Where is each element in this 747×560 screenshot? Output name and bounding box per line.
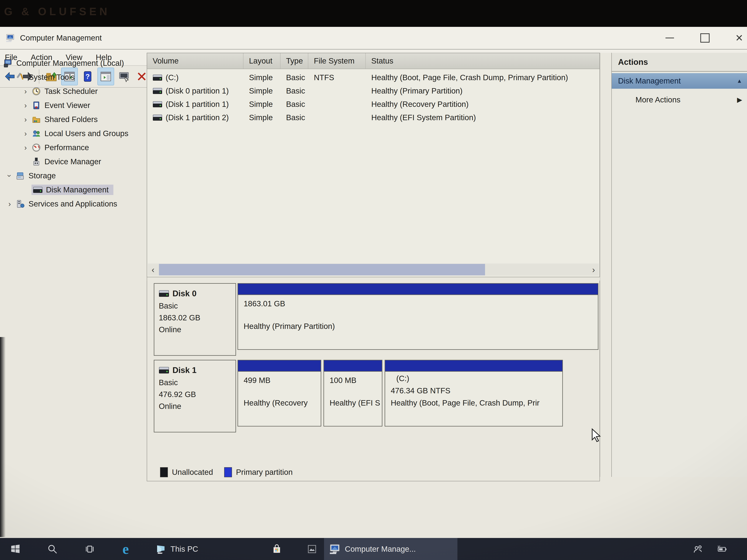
column-header-volume[interactable]: Volume bbox=[147, 53, 243, 69]
tree-item-local-users-and-groups[interactable]: Local Users and Groups bbox=[2, 127, 164, 140]
store-icon bbox=[271, 543, 282, 555]
legend: Unallocated Primary partition bbox=[160, 467, 304, 477]
chevron-right-icon[interactable] bbox=[20, 101, 31, 110]
disk1-partition-efi[interactable]: 100 MB Healthy (EFI S bbox=[324, 360, 382, 426]
active-task-label: Computer Manage... bbox=[345, 544, 416, 554]
disk1-row: Disk 1 Basic 476.92 GB Online 499 MB Hea… bbox=[147, 360, 600, 432]
scroll-left-icon[interactable]: ‹ bbox=[148, 265, 158, 275]
photos-button[interactable] bbox=[304, 538, 320, 560]
system-tools-icon bbox=[16, 73, 25, 82]
people-icon bbox=[692, 543, 703, 555]
disk0-partitions: 1863.01 GB Healthy (Primary Partition) bbox=[237, 283, 598, 356]
tree-item-label: Device Manager bbox=[45, 157, 101, 166]
partition-size: 100 MB bbox=[330, 374, 382, 386]
disk-icon bbox=[159, 367, 169, 374]
disk0-row: Disk 0 Basic 1863.02 GB Online 1863.01 G… bbox=[147, 283, 600, 356]
people-button[interactable] bbox=[688, 538, 708, 560]
volume-row-disk1-p2[interactable]: (Disk 1 partition 2) Simple Basic Health… bbox=[147, 111, 599, 124]
partition-status: Healthy (Recovery bbox=[243, 397, 321, 409]
drive-icon bbox=[153, 87, 162, 94]
tree-item-system-tools[interactable]: System Tools bbox=[2, 70, 148, 84]
primary-partition-swatch bbox=[224, 467, 232, 477]
taskbar-computer-management-button[interactable]: Computer Manage... bbox=[324, 538, 458, 560]
disk1-info-box[interactable]: Disk 1 Basic 476.92 GB Online bbox=[154, 360, 236, 432]
selected-tree-item[interactable]: Disk Management bbox=[31, 185, 113, 195]
disk0-partition-1[interactable]: 1863.01 GB Healthy (Primary Partition) bbox=[237, 283, 598, 350]
unallocated-swatch bbox=[160, 467, 168, 477]
tree-item-shared-folders[interactable]: Shared Folders bbox=[2, 112, 164, 127]
tree-item-storage[interactable]: Storage bbox=[2, 169, 148, 183]
search-icon bbox=[47, 543, 58, 555]
tree-item-device-manager[interactable]: Device Manager bbox=[2, 155, 164, 169]
submenu-arrow-icon[interactable]: ▶ bbox=[737, 96, 742, 104]
chevron-right-icon[interactable] bbox=[4, 200, 16, 208]
window-title: Computer Management bbox=[20, 33, 102, 43]
actions-item-label: More Actions bbox=[636, 96, 680, 104]
column-header-layout[interactable]: Layout bbox=[243, 53, 281, 69]
edge-icon: e bbox=[123, 541, 129, 557]
laptop-bezel: G & OLUFSEN bbox=[0, 0, 747, 27]
volume-row-disk1-p1[interactable]: (Disk 1 partition 1) Simple Basic Health… bbox=[147, 98, 599, 111]
search-button[interactable] bbox=[44, 538, 61, 560]
maximize-button[interactable] bbox=[694, 30, 716, 46]
volume-row-c[interactable]: (C:) Simple Basic NTFS Healthy (Boot, Pa… bbox=[147, 71, 599, 84]
partition-status: Healthy (EFI S bbox=[330, 397, 382, 409]
scroll-right-icon[interactable]: › bbox=[588, 265, 599, 275]
task-view-button[interactable] bbox=[81, 538, 98, 560]
volume-name: (Disk 0 partition 1) bbox=[165, 86, 229, 96]
scrollbar-thumb[interactable] bbox=[159, 264, 485, 275]
task-view-icon bbox=[84, 543, 95, 555]
tree-item-event-viewer[interactable]: Event Viewer bbox=[2, 98, 164, 112]
column-header-file-system[interactable]: File System bbox=[308, 53, 366, 69]
tree-item-computer-management-local[interactable]: Computer Management (Local) bbox=[2, 56, 148, 70]
start-button[interactable] bbox=[7, 538, 24, 560]
chevron-right-icon[interactable] bbox=[20, 129, 31, 138]
minimize-button[interactable] bbox=[659, 30, 681, 46]
chevron-down-icon[interactable] bbox=[4, 172, 16, 180]
chevron-down-icon[interactable] bbox=[4, 73, 16, 81]
performance-icon bbox=[31, 143, 41, 152]
volume-row-disk0-p1[interactable]: (Disk 0 partition 1) Simple Basic Health… bbox=[147, 84, 599, 98]
computer-management-icon bbox=[329, 543, 341, 555]
close-button[interactable] bbox=[728, 30, 747, 46]
local-users-icon bbox=[31, 129, 41, 138]
disk-name: Disk 0 bbox=[173, 289, 197, 298]
chevron-right-icon[interactable] bbox=[20, 143, 31, 152]
collapse-arrow-icon[interactable]: ▲ bbox=[737, 78, 742, 84]
title-bar[interactable]: Computer Management bbox=[0, 27, 747, 49]
column-header-type[interactable]: Type bbox=[281, 53, 308, 69]
horizontal-scrollbar[interactable]: ‹ › bbox=[148, 264, 599, 276]
disk-size: 1863.02 GB bbox=[159, 312, 235, 324]
chevron-right-icon[interactable] bbox=[20, 87, 31, 96]
volume-status: Healthy (Boot, Page File, Crash Dump, Pr… bbox=[366, 73, 599, 82]
volume-layout: Simple bbox=[243, 73, 281, 82]
disk1-partition-recovery[interactable]: 499 MB Healthy (Recovery bbox=[237, 360, 321, 426]
partition-size: 476.34 GB NTFS bbox=[391, 384, 562, 397]
store-button[interactable] bbox=[268, 538, 285, 560]
column-header-status[interactable]: Status bbox=[366, 53, 599, 69]
edge-button[interactable]: e bbox=[117, 538, 135, 560]
volume-name: (Disk 1 partition 1) bbox=[165, 100, 229, 109]
this-pc-icon bbox=[155, 543, 166, 555]
volume-type: Basic bbox=[281, 100, 308, 109]
pane-splitter[interactable] bbox=[600, 53, 612, 477]
tree-item-task-scheduler[interactable]: Task Scheduler bbox=[2, 84, 164, 98]
partition-label: (C:) bbox=[391, 372, 562, 384]
actions-item-disk-management[interactable]: Disk Management ▲ bbox=[612, 73, 747, 89]
tree-item-label: Computer Management (Local) bbox=[16, 59, 124, 68]
chevron-right-icon[interactable] bbox=[20, 115, 31, 124]
tree-item-performance[interactable]: Performance bbox=[2, 140, 164, 155]
volume-fs: NTFS bbox=[308, 73, 366, 82]
tree-item-label: System Tools bbox=[28, 73, 75, 82]
actions-item-more-actions[interactable]: More Actions ▶ bbox=[612, 92, 747, 108]
tree-item-disk-management[interactable]: Disk Management bbox=[2, 183, 164, 197]
disk1-partition-c[interactable]: (C:) 476.34 GB NTFS Healthy (Boot, Page … bbox=[385, 360, 563, 426]
drive-icon bbox=[153, 101, 162, 108]
tree-item-services-and-applications[interactable]: Services and Applications bbox=[2, 197, 148, 211]
photos-icon bbox=[306, 543, 317, 555]
drive-icon bbox=[153, 74, 162, 81]
disk0-info-box[interactable]: Disk 0 Basic 1863.02 GB Online bbox=[154, 283, 236, 356]
tree-item-label: Disk Management bbox=[46, 185, 108, 194]
this-pc-button[interactable]: This PC bbox=[152, 538, 202, 560]
battery-button[interactable] bbox=[708, 538, 736, 560]
